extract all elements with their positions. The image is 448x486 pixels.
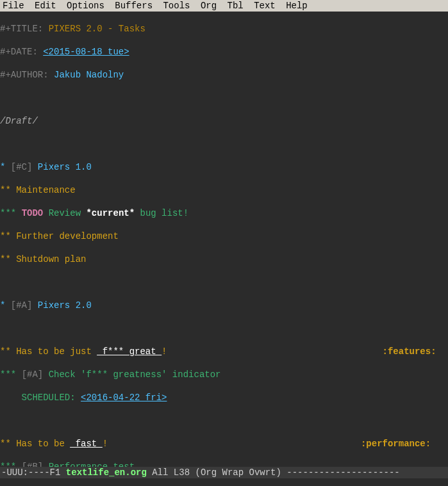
modeline-flags: -UUU:----F1 [1, 467, 60, 478]
modeline-tail: --------------------- [286, 467, 399, 478]
author-value: Jakub Nadolny [54, 70, 124, 80]
heading-check: Check 'f*** greatness' indicator [49, 369, 221, 380]
heading-star: * [0, 300, 5, 311]
menu-help[interactable]: Help [286, 1, 308, 11]
heading-review: Review [49, 208, 81, 218]
draft-marker: /Draft/ [0, 116, 38, 126]
mode-line[interactable]: -UUU:----F1 textlife_en.org All L38 (Org… [0, 467, 448, 478]
tag-performance: :performance: [361, 439, 431, 449]
heading-star: *** [0, 369, 16, 380]
heading-further: Further development [16, 231, 119, 241]
heading-star: ** [0, 346, 11, 357]
priority-a: [#A] [11, 300, 33, 311]
heading-fast-pre: Has to be [16, 439, 70, 449]
menu-tbl[interactable]: Tbl [228, 1, 244, 11]
date-value: <2015-08-18 tue> [43, 47, 129, 57]
scheduled-date: <2016-04-22 fri> [81, 393, 167, 403]
menu-edit[interactable]: Edit [35, 1, 56, 11]
author-keyword: #+AUTHOR: [0, 70, 49, 80]
spacer [167, 346, 382, 357]
modeline-filename: textlife_en.org [66, 467, 147, 478]
spacer [108, 439, 361, 449]
title-value: PIXERS 2.0 - Tasks [49, 24, 145, 34]
menu-tools[interactable]: Tools [163, 1, 190, 11]
menu-bar[interactable]: File Edit Options Buffers Tools Org Tbl … [0, 0, 448, 12]
heading-maintenance: Maintenance [16, 185, 75, 195]
heading-star: *** [0, 208, 16, 218]
heading-fast-post: ! [103, 439, 108, 449]
editor-buffer[interactable]: #+TITLE: PIXERS 2.0 - Tasks #+DATE: <201… [0, 12, 448, 486]
bold-current: *current* [86, 208, 135, 218]
heading-star: ** [0, 185, 11, 195]
underline-great: _f*** great_ [97, 346, 162, 357]
heading-shutdown: Shutdown plan [16, 254, 86, 264]
minibuffer[interactable] [0, 478, 448, 486]
heading-star: ** [0, 231, 11, 241]
heading-great-pre: Has to be just [16, 346, 97, 357]
heading-pixers2: Pixers 2.0 [38, 300, 92, 311]
menu-org[interactable]: Org [201, 1, 217, 11]
title-keyword: #+TITLE: [0, 24, 43, 34]
priority-a: [#A] [22, 369, 44, 380]
menu-text[interactable]: Text [254, 1, 276, 11]
heading-star: ** [0, 439, 11, 449]
modeline-position: All L38 [152, 467, 190, 478]
priority-c: [#C] [11, 162, 33, 172]
menu-file[interactable]: File [3, 1, 24, 11]
tag-features: :features: [383, 346, 436, 357]
heading-buglist: bug list! [140, 208, 189, 218]
modeline-mode: (Org Wrap Ovwrt) [195, 467, 281, 478]
heading-star: * [0, 162, 5, 172]
heading-pixers1: Pixers 1.0 [38, 162, 92, 172]
heading-star: ** [0, 254, 11, 264]
date-keyword: #+DATE: [0, 47, 38, 57]
scheduled-keyword: SCHEDULED: [22, 393, 76, 403]
menu-buffers[interactable]: Buffers [115, 1, 153, 11]
underline-fast: _fast_ [70, 439, 102, 449]
todo-keyword: TODO [22, 208, 44, 218]
menu-options[interactable]: Options [67, 1, 104, 11]
